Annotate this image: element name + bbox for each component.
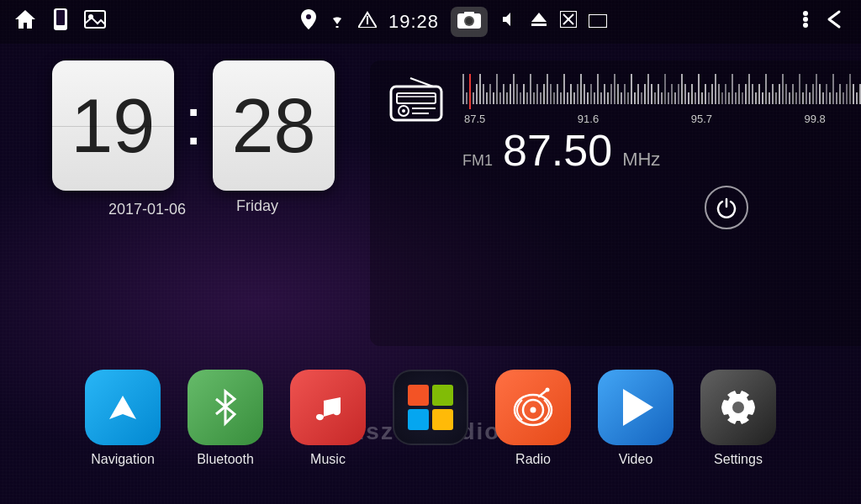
windows-logo — [394, 371, 467, 444]
menu-icon[interactable] — [802, 10, 809, 34]
minutes-display: 28 — [232, 88, 316, 164]
svg-point-2 — [60, 27, 62, 29]
freq-ticks — [462, 74, 861, 104]
clock-widget: 19 : 28 2017-01-06 Friday — [34, 60, 353, 346]
close-icon[interactable] — [560, 11, 577, 33]
radio-top: 87.5 91.6 95.7 99.8 103.9 108.0 FM1 87.5… — [387, 74, 861, 172]
phone-icon[interactable] — [52, 8, 69, 35]
signal-icon[interactable] — [358, 11, 377, 33]
svg-point-37 — [732, 402, 744, 413]
svg-rect-13 — [531, 24, 547, 26]
svg-rect-22 — [397, 93, 436, 103]
freq-labels: 87.5 91.6 95.7 99.8 103.9 108.0 — [462, 113, 861, 125]
radio-label: Radio — [515, 452, 551, 467]
play-icon — [623, 389, 653, 426]
hours-tile: 19 — [52, 60, 174, 191]
video-icon[interactable] — [598, 370, 673, 445]
eject-icon[interactable] — [530, 10, 548, 34]
back-icon[interactable] — [822, 8, 848, 35]
status-left-icons — [13, 8, 106, 35]
app-dock: Navigation Bluetooth Music — [0, 363, 861, 480]
settings-label: Settings — [714, 452, 763, 467]
radio-widget: 87.5 91.6 95.7 99.8 103.9 108.0 FM1 87.5… — [370, 60, 861, 346]
navigation-icon[interactable] — [85, 370, 161, 445]
settings-icon[interactable] — [700, 370, 776, 445]
home-icon[interactable] — [13, 8, 37, 35]
app-radio[interactable]: Radio — [487, 370, 579, 467]
win-quad-green — [432, 385, 453, 406]
app-settings[interactable]: Settings — [692, 370, 784, 467]
freq-label-1: 87.5 — [464, 113, 485, 125]
wifi-icon[interactable] — [328, 11, 346, 33]
status-right-icons — [802, 8, 848, 35]
radio-info: FM1 87.50 MHz — [462, 129, 861, 172]
win-quad-blue — [408, 409, 429, 430]
radio-app-icon[interactable] — [387, 74, 446, 130]
app-windows[interactable] — [384, 370, 477, 467]
windows-icon[interactable] — [393, 370, 468, 445]
clock-meta: 2017-01-06 Friday — [108, 197, 278, 218]
svg-marker-12 — [531, 13, 547, 22]
svg-point-25 — [402, 109, 405, 113]
radio-power-section — [387, 186, 861, 229]
volume-icon[interactable] — [499, 11, 518, 33]
location-icon[interactable] — [301, 9, 316, 34]
radio-freq-section: 87.5 91.6 95.7 99.8 103.9 108.0 FM1 87.5… — [462, 74, 861, 172]
main-content: 19 : 28 2017-01-06 Friday — [0, 44, 861, 363]
clock-day: Friday — [236, 197, 278, 218]
svg-point-10 — [466, 18, 473, 24]
clock-colon: : — [184, 88, 203, 155]
freq-label-3: 95.7 — [691, 113, 712, 125]
app-navigation[interactable]: Navigation — [77, 370, 169, 467]
bluetooth-label: Bluetooth — [197, 452, 254, 467]
freq-unit: MHz — [622, 149, 660, 171]
clock-date: 2017-01-06 — [108, 201, 186, 218]
power-button[interactable] — [705, 186, 748, 229]
music-icon[interactable] — [290, 370, 366, 445]
bluetooth-icon[interactable] — [188, 370, 263, 445]
svg-point-5 — [306, 14, 311, 19]
svg-point-33 — [531, 407, 536, 413]
camera-icon[interactable] — [451, 7, 488, 37]
freq-indicator — [469, 74, 471, 109]
clock-tiles: 19 : 28 — [52, 60, 335, 191]
svg-rect-1 — [56, 10, 65, 25]
svg-marker-29 — [109, 396, 136, 419]
time-display: 19:28 — [388, 11, 439, 33]
minutes-tile: 28 — [213, 60, 335, 191]
svg-point-35 — [546, 388, 550, 392]
radio-icon[interactable] — [495, 370, 571, 445]
video-label: Video — [619, 452, 653, 467]
svg-rect-3 — [85, 11, 105, 28]
freq-label-2: 91.6 — [578, 113, 599, 125]
app-bluetooth[interactable]: Bluetooth — [179, 370, 272, 467]
image-icon[interactable] — [84, 10, 106, 34]
status-center-icons: 19:28 — [301, 7, 607, 37]
svg-rect-11 — [464, 12, 474, 15]
hours-display: 19 — [71, 88, 155, 164]
app-music[interactable]: Music — [282, 370, 374, 467]
svg-point-18 — [803, 11, 808, 16]
win-quad-yellow — [432, 409, 453, 430]
svg-rect-17 — [589, 14, 607, 28]
fm-band-label: FM1 — [462, 152, 493, 170]
navigation-label: Navigation — [91, 452, 155, 467]
freq-label-4: 99.8 — [805, 113, 826, 125]
win-quad-red — [408, 385, 429, 406]
music-label: Music — [310, 452, 346, 467]
frequency-display: 87.50 — [503, 129, 612, 172]
status-bar: 19:28 — [0, 0, 861, 44]
svg-point-19 — [803, 17, 808, 22]
app-video[interactable]: Video — [589, 370, 682, 467]
window-icon[interactable] — [589, 11, 607, 33]
svg-point-20 — [803, 23, 808, 28]
